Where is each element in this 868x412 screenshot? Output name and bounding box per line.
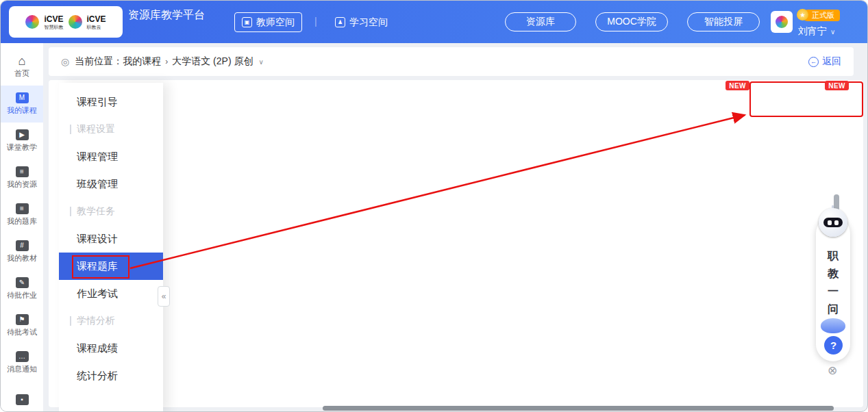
icve-zhijiaoyun-logo-icon xyxy=(69,15,82,29)
content-card xyxy=(49,80,863,407)
menu-item-9[interactable]: 课程成绩 xyxy=(59,335,163,362)
horizontal-scrollbar[interactable] xyxy=(323,406,834,411)
textbook-icon: # xyxy=(16,240,29,251)
new-badge: NEW xyxy=(726,81,749,90)
logo2-sub: 职教云 xyxy=(87,25,106,29)
app-window: iCVE智慧职教 iCVE职教云 资源库教学平台 ▣ 教师空间 | ♟ 学习空间… xyxy=(0,0,868,412)
student-space-icon: ♟ xyxy=(335,17,345,27)
location-pin-icon: ◎ xyxy=(61,56,69,67)
student-space-button[interactable]: ♟ 学习空间 xyxy=(328,12,395,32)
menu-item-7[interactable]: 作业考试 xyxy=(59,280,163,307)
exam-icon: ⚑ xyxy=(16,314,29,325)
teacher-space-icon: ▣ xyxy=(242,17,252,27)
breadcrumb-parent[interactable]: 我的课程 xyxy=(123,55,161,68)
logo1-name: iCVE xyxy=(44,15,63,23)
help-button[interactable]: ? xyxy=(824,336,843,355)
wave-decoration-icon xyxy=(821,318,845,333)
home-icon: ⌂ xyxy=(18,55,26,66)
teacher-space-button[interactable]: ▣ 教师空间 xyxy=(234,12,302,32)
user-menu[interactable]: 刘宵宁 ∨ xyxy=(798,25,835,38)
course-switch-caret-icon[interactable]: ∨ xyxy=(258,58,263,66)
header-divider: | xyxy=(314,16,317,27)
menu-item-2[interactable]: 课程管理 xyxy=(59,143,163,170)
sidebar-item-my-question-bank[interactable]: ≡我的题库 xyxy=(1,196,43,233)
icve-zhihuizhijiao-logo-icon xyxy=(25,15,39,29)
assistant-label: 职教一问 xyxy=(813,247,853,318)
menu-section-8: 学情分析 xyxy=(59,307,163,335)
video-icon: ▶ xyxy=(16,129,29,140)
sidebar-item-messages[interactable]: …消息通知 xyxy=(1,344,43,381)
sidebar-item-pending-exams[interactable]: ⚑待批考试 xyxy=(1,307,43,344)
assistant-robot-icon[interactable] xyxy=(819,208,847,237)
menu-item-3[interactable]: 班级管理 xyxy=(59,170,163,198)
avatar-logo-icon xyxy=(776,16,788,28)
sidebar-item-pending-homework[interactable]: ✎待批作业 xyxy=(1,270,43,307)
sidebar-item-classroom-teaching[interactable]: ▶课堂教学 xyxy=(1,123,43,159)
screen-icon: ▪ xyxy=(16,394,29,405)
resource-library-link[interactable]: 资源库 xyxy=(505,12,576,31)
breadcrumb-current[interactable]: 大学语文 (2P) 原创 xyxy=(172,55,253,68)
chevron-down-icon: ∨ xyxy=(830,28,835,36)
menu-item-6[interactable]: 课程题库 xyxy=(59,253,163,280)
sidebar-item-my-courses[interactable]: M我的课程 xyxy=(1,86,43,123)
menu-section-4: 教学任务 xyxy=(59,198,163,225)
logo2-name: iCVE xyxy=(87,15,106,23)
back-button[interactable]: ← 返回 xyxy=(808,55,841,68)
homework-icon: ✎ xyxy=(16,277,29,288)
course-icon: M xyxy=(16,92,29,103)
version-badge: ★ 正式版 xyxy=(802,10,840,21)
menu-item-5[interactable]: 课程设计 xyxy=(59,225,163,253)
top-header: iCVE智慧职教 iCVE职教云 资源库教学平台 ▣ 教师空间 | ♟ 学习空间… xyxy=(1,1,868,43)
user-avatar[interactable] xyxy=(771,11,793,33)
sidebar-item-home[interactable]: ⌂首页 xyxy=(1,49,43,86)
breadcrumb-separator: › xyxy=(165,57,168,66)
course-menu-panel: 课程引导课程设置课程管理班级管理教学任务课程设计课程题库作业考试学情分析课程成绩… xyxy=(59,83,163,412)
breadcrumb: ◎ 当前位置： 我的课程 › 大学语文 (2P) 原创 ∨ ← 返回 xyxy=(49,47,854,76)
message-icon: … xyxy=(16,351,29,362)
platform-title: 资源库教学平台 xyxy=(128,8,212,22)
smart-casting-link[interactable]: 智能投屏 xyxy=(687,12,760,31)
logo-box[interactable]: iCVE智慧职教 iCVE职教云 xyxy=(9,6,123,38)
sidebar: ⌂首页M我的课程▶课堂教学≡我的资源≡我的题库#我的教材✎待批作业⚑待批考试…消… xyxy=(1,43,43,412)
close-widget-icon[interactable] xyxy=(828,365,837,376)
sidebar-item-screen[interactable]: ▪ xyxy=(1,381,43,412)
resource-icon: ≡ xyxy=(16,166,29,177)
menu-item-10[interactable]: 统计分析 xyxy=(59,362,163,389)
bank-icon: ≡ xyxy=(16,203,29,214)
menu-section-1: 课程设置 xyxy=(59,116,163,143)
new-badge: NEW xyxy=(825,81,849,90)
sidebar-item-my-resources[interactable]: ≡我的资源 xyxy=(1,159,43,196)
breadcrumb-prefix: 当前位置： xyxy=(75,55,123,68)
assistant-widget: 职教一问 ? xyxy=(813,205,853,383)
logo1-sub: 智慧职教 xyxy=(44,25,63,29)
mooc-college-link[interactable]: MOOC学院 xyxy=(595,12,668,31)
medal-icon: ★ xyxy=(797,9,808,21)
back-arrow-icon: ← xyxy=(808,57,819,67)
menu-item-0[interactable]: 课程引导 xyxy=(59,88,163,116)
collapse-panel-button[interactable]: « xyxy=(158,286,170,307)
sidebar-item-my-textbooks[interactable]: #我的教材 xyxy=(1,233,43,270)
